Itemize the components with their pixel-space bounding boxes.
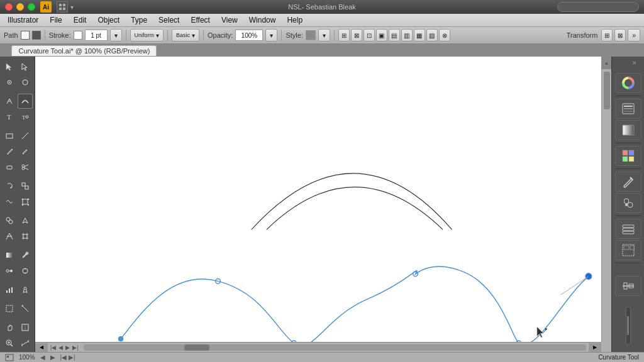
scroll-thumb-v[interactable] xyxy=(604,72,610,109)
canvas-area[interactable]: ▲ ◀ |◀ ◀ ▶ ▶| ▶ xyxy=(35,57,611,352)
view-btn-4[interactable]: ▣ xyxy=(376,29,387,41)
type-tool[interactable]: T xyxy=(2,109,17,124)
menu-window[interactable]: Window xyxy=(244,14,281,26)
style-options-btn[interactable]: ▾ xyxy=(318,29,330,41)
paintbrush-tool[interactable] xyxy=(2,144,17,159)
shape-builder-tool[interactable] xyxy=(2,213,17,228)
brush-style-btn[interactable]: Basic ▾ xyxy=(172,29,199,41)
search-input[interactable] xyxy=(557,2,639,12)
view-btn-9[interactable]: ⊗ xyxy=(439,29,450,41)
vertical-scrollbar[interactable]: ▲ xyxy=(601,57,611,342)
slice-tool[interactable] xyxy=(18,301,33,316)
opacity-options-btn[interactable]: ▾ xyxy=(265,29,277,41)
menu-file[interactable]: File xyxy=(45,14,67,26)
menu-effect[interactable]: Effect xyxy=(186,14,214,26)
prev-page-btn[interactable]: ◀ xyxy=(58,344,63,351)
menu-view[interactable]: View xyxy=(216,14,243,26)
swatches-panel-btn[interactable] xyxy=(615,146,641,166)
blend-tool[interactable] xyxy=(2,263,17,278)
opacity-input[interactable] xyxy=(235,30,263,41)
scroll-left-btn[interactable]: ◀ xyxy=(35,343,48,352)
live-color-tool[interactable] xyxy=(18,263,33,278)
view-btn-2[interactable]: ⊠ xyxy=(351,29,362,41)
artboards-panel-btn[interactable] xyxy=(615,240,641,260)
free-transform-tool[interactable] xyxy=(18,194,33,209)
view-btn-8[interactable]: ▧ xyxy=(426,29,438,41)
doc-tab[interactable]: Curvature Tool.ai* @ 100% (RGB/Preview) xyxy=(11,45,157,56)
gradient-panel-btn[interactable] xyxy=(615,120,641,140)
swap-colors-icon[interactable]: ⇄ xyxy=(23,351,28,352)
stroke-swatch[interactable] xyxy=(32,31,41,40)
next-page-btn[interactable]: ▶ xyxy=(65,344,70,351)
measure-tool[interactable] xyxy=(18,336,33,351)
live-paint-tool[interactable] xyxy=(18,213,33,228)
close-button[interactable] xyxy=(5,3,13,11)
symbol-sprayer-tool[interactable] xyxy=(18,282,33,297)
arrange-btn[interactable]: ⊠ xyxy=(614,29,626,41)
scale-tool[interactable] xyxy=(18,178,33,194)
stroke-options-btn[interactable]: ▾ xyxy=(110,29,122,41)
toolbar-extra-btn[interactable]: » xyxy=(628,29,640,41)
panel-resize-handle[interactable] xyxy=(626,307,631,344)
menu-type[interactable]: Type xyxy=(126,14,152,26)
view-btn-6[interactable]: ▥ xyxy=(401,29,413,41)
view-btn-5[interactable]: ▤ xyxy=(389,29,400,41)
scroll-right-btn[interactable]: ▶ xyxy=(589,343,601,352)
artboard-tool[interactable] xyxy=(2,301,17,316)
minimize-button[interactable] xyxy=(16,3,24,11)
fill-swatch[interactable] xyxy=(21,31,30,40)
horizontal-scrollbar[interactable]: ◀ |◀ ◀ ▶ ▶| ▶ xyxy=(35,342,601,352)
menu-object[interactable]: Object xyxy=(92,14,125,26)
touch-type-tool[interactable]: T xyxy=(18,109,33,124)
color-panel-btn[interactable] xyxy=(615,73,641,93)
view-btn-3[interactable]: ⊡ xyxy=(364,29,375,41)
zoom-level[interactable]: 100% xyxy=(19,354,35,361)
scroll-thumb-h[interactable] xyxy=(184,344,209,351)
layers-panel-btn[interactable] xyxy=(615,219,641,239)
scroll-left-arrow[interactable]: ◀ xyxy=(40,354,45,361)
symbols-panel-btn[interactable] xyxy=(615,193,641,213)
hand-tool[interactable] xyxy=(2,320,17,335)
pencil-tool[interactable] xyxy=(18,144,33,159)
stroke-color-btn[interactable] xyxy=(74,31,82,40)
mesh-tool[interactable] xyxy=(18,229,33,244)
menu-select[interactable]: Select xyxy=(153,14,184,26)
eraser-tool[interactable] xyxy=(2,160,17,175)
magic-wand-tool[interactable] xyxy=(2,75,17,90)
zoom-tool[interactable] xyxy=(2,336,17,351)
menu-help[interactable]: Help xyxy=(282,14,308,26)
brushes-panel-btn[interactable] xyxy=(615,172,641,192)
graph-tool[interactable] xyxy=(2,282,17,297)
gradient-tool[interactable] xyxy=(2,248,17,263)
warp-tool[interactable] xyxy=(2,194,17,209)
align-panel-btn[interactable] xyxy=(615,276,641,296)
scissors-tool[interactable] xyxy=(18,160,33,175)
align-btn[interactable]: ⊞ xyxy=(601,29,613,41)
doc-close-btn[interactable]: × xyxy=(5,47,9,54)
workspace-dropdown[interactable]: ▾ xyxy=(70,4,74,11)
stroke-input[interactable] xyxy=(85,30,108,41)
last-page-btn[interactable]: ▶| xyxy=(72,344,78,351)
selection-tool[interactable] xyxy=(2,59,17,74)
line-tool[interactable] xyxy=(18,128,33,143)
perspective-grid-tool[interactable] xyxy=(2,229,17,244)
maximize-button[interactable] xyxy=(28,3,35,11)
rotate-tool[interactable] xyxy=(2,178,17,194)
menu-edit[interactable]: Edit xyxy=(69,14,92,26)
variable-width-btn[interactable]: Uniform ▾ xyxy=(130,29,164,41)
eyedropper-tool[interactable] xyxy=(18,248,33,263)
stroke-panel-btn[interactable] xyxy=(615,99,641,119)
scroll-track-h[interactable] xyxy=(84,344,586,351)
curvature-tool[interactable] xyxy=(18,94,33,109)
view-btn-1[interactable]: ⊞ xyxy=(338,29,350,41)
pen-tool[interactable] xyxy=(2,94,17,109)
scroll-up-btn[interactable]: ▲ xyxy=(602,57,611,69)
canvas[interactable] xyxy=(35,57,601,342)
scroll-right-arrow[interactable]: ▶ xyxy=(50,354,55,361)
direct-selection-tool[interactable] xyxy=(18,59,33,74)
workspace-icon[interactable] xyxy=(57,1,68,13)
first-page-btn[interactable]: |◀ xyxy=(50,344,56,351)
transform-label[interactable]: Transform xyxy=(565,31,600,39)
view-btn-7[interactable]: ▦ xyxy=(414,29,425,41)
print-tiling-tool[interactable] xyxy=(18,320,33,335)
